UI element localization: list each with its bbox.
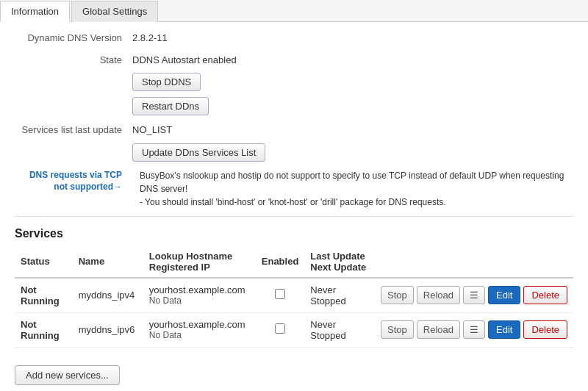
reload-button[interactable]: Reload — [417, 320, 460, 339]
menu-button[interactable]: ☰ — [463, 320, 485, 339]
version-value: 2.8.2-11 — [132, 31, 168, 46]
state-value: DDNS Autostart enabled Stop DDNS Restart… — [132, 53, 237, 116]
row-enabled — [256, 312, 305, 347]
tab-information[interactable]: Information — [0, 1, 70, 22]
update-services-button[interactable]: Update DDns Services List — [132, 143, 265, 162]
edit-button[interactable]: Edit — [488, 286, 520, 304]
services-update-row: Services list last update NO_LIST Update… — [15, 123, 573, 162]
col-header-status: Status — [15, 246, 73, 278]
dns-warning-text: BusyBox's nslookup and hostip do not sup… — [140, 169, 573, 209]
row-actions: Stop Reload ☰ Edit Delete — [375, 278, 573, 313]
edit-button[interactable]: Edit — [488, 320, 520, 339]
services-table-body: Not Running myddns_ipv4 yourhost.example… — [15, 278, 573, 348]
main-content: Dynamic DNS Version 2.8.2-11 State DDNS … — [0, 22, 588, 391]
row-enabled — [256, 278, 305, 313]
table-row: Not Running myddns_ipv6 yourhost.example… — [15, 312, 573, 347]
tab-global-settings[interactable]: Global Settings — [71, 1, 158, 22]
row-status: Not Running — [15, 278, 73, 313]
reload-button[interactable]: Reload — [417, 286, 460, 304]
version-row: Dynamic DNS Version 2.8.2-11 — [15, 31, 573, 46]
enabled-checkbox[interactable] — [275, 323, 285, 334]
version-label: Dynamic DNS Version — [15, 31, 132, 46]
row-update: Never Stopped — [304, 312, 375, 347]
col-header-update: Last Update Next Update — [304, 246, 375, 278]
col-header-enabled: Enabled — [256, 246, 305, 278]
table-header: Status Name Lookup Hostname Registered I… — [15, 246, 573, 278]
dns-warning-row: DNS requests via TCP not supported→ Busy… — [15, 169, 573, 209]
row-status: Not Running — [15, 312, 73, 347]
delete-button[interactable]: Delete — [523, 286, 567, 304]
row-actions: Stop Reload ☰ Edit Delete — [375, 312, 573, 347]
col-header-actions — [375, 246, 573, 278]
section-divider — [15, 216, 573, 217]
stop-button[interactable]: Stop — [381, 286, 414, 304]
add-services-button[interactable]: Add new services... — [15, 365, 120, 385]
dns-warning-label: DNS requests via TCP not supported→ — [15, 169, 132, 209]
col-header-name: Name — [73, 246, 143, 278]
enabled-checkbox[interactable] — [275, 289, 285, 299]
row-lookup: yourhost.example.com No Data — [143, 312, 256, 347]
row-lookup: yourhost.example.com No Data — [143, 278, 256, 313]
row-name: myddns_ipv4 — [73, 278, 143, 313]
row-name: myddns_ipv6 — [73, 312, 143, 347]
services-table: Status Name Lookup Hostname Registered I… — [15, 246, 573, 348]
restart-ddns-button[interactable]: Restart DDns — [132, 97, 209, 115]
stop-button[interactable]: Stop — [381, 320, 414, 339]
services-update-value: NO_LIST Update DDns Services List — [132, 123, 265, 162]
state-row: State DDNS Autostart enabled Stop DDNS R… — [15, 53, 573, 116]
table-row: Not Running myddns_ipv4 yourhost.example… — [15, 278, 573, 313]
delete-button[interactable]: Delete — [523, 320, 567, 339]
row-update: Never Stopped — [304, 278, 375, 313]
menu-button[interactable]: ☰ — [463, 286, 485, 304]
col-header-lookup: Lookup Hostname Registered IP — [143, 246, 256, 278]
services-section-title: Services — [15, 227, 573, 240]
services-update-label: Services list last update — [15, 123, 132, 137]
tab-bar: Information Global Settings — [0, 0, 588, 22]
stop-ddns-button[interactable]: Stop DDNS — [132, 73, 201, 91]
state-label: State — [15, 53, 132, 68]
